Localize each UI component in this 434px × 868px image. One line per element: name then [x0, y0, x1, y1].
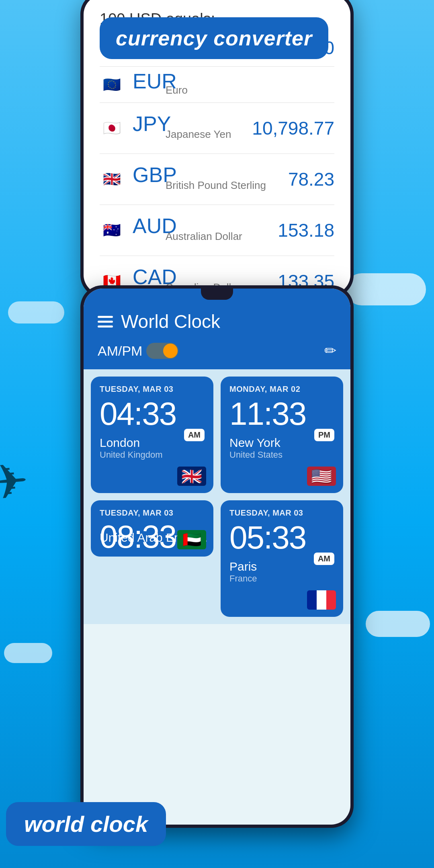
- us-flag-icon: [307, 467, 336, 486]
- world-clock-banner: world clock: [6, 802, 166, 846]
- clock-country: United Kingdom: [100, 450, 205, 460]
- currency-name: Euro: [166, 84, 188, 96]
- currency-code: EUR: [133, 69, 334, 93]
- currency-name: British Pound Sterling: [166, 179, 266, 192]
- toggle-knob: [163, 344, 178, 358]
- phone-notch: [201, 289, 233, 300]
- uk-flag-icon: [177, 467, 206, 486]
- hamburger-line: [98, 326, 113, 328]
- table-row: 🇪🇺 EUR Euro: [100, 67, 334, 103]
- clock-date: TUESDAY, MAR 03: [100, 508, 205, 518]
- aud-flag: 🇦🇺: [100, 218, 124, 242]
- clock-time: 05:33: [229, 522, 334, 554]
- clock-date: TUESDAY, MAR 03: [229, 508, 334, 518]
- clock-date: TUESDAY, MAR 03: [100, 385, 205, 394]
- table-row: 🇦🇺 AUD Australian Dollar 153.18: [100, 205, 334, 256]
- currency-banner-text: currency converter: [116, 27, 312, 50]
- ampm-label: AM/PM: [98, 343, 142, 359]
- clock-ampm: AM: [314, 553, 334, 565]
- jpy-flag: 🇯🇵: [100, 116, 124, 140]
- clock-flag-uk: [177, 467, 206, 486]
- ampm-toggle-container: AM/PM: [98, 343, 178, 359]
- airplane-decoration: ✈: [0, 452, 31, 512]
- eur-flag: 🇪🇺: [100, 73, 124, 97]
- clock-grid: TUESDAY, MAR 03 04:33 AM London United K…: [84, 369, 350, 624]
- currency-name: Australian Dollar: [166, 230, 242, 243]
- world-clock-phone: World Clock AM/PM ✏ TUESDAY, MAR 03 04:3…: [80, 285, 354, 828]
- world-clock-title: World Clock: [121, 311, 336, 332]
- clock-ampm: AM: [184, 429, 205, 441]
- clock-card-london[interactable]: TUESDAY, MAR 03 04:33 AM London United K…: [91, 377, 213, 493]
- world-clock-banner-text: world clock: [24, 811, 148, 837]
- currency-converter-phone: currency converter 100 USD equals: 🇺🇸 US…: [80, 0, 354, 297]
- edit-icon[interactable]: ✏: [324, 342, 336, 359]
- table-row: 🇬🇧 GBP British Pound Sterling 78.23: [100, 154, 334, 205]
- clock-flag-us: [307, 467, 336, 486]
- clock-card-paris[interactable]: TUESDAY, MAR 03 05:33 AM Paris France: [221, 500, 343, 617]
- clock-card-uae[interactable]: TUESDAY, MAR 03 08:33 United Arab Emira.…: [91, 500, 213, 557]
- world-clock-screen: World Clock AM/PM ✏ TUESDAY, MAR 03 04:3…: [84, 289, 350, 825]
- hamburger-menu-button[interactable]: [98, 316, 113, 328]
- table-row: 🇯🇵 JPY Japanese Yen 10,798.77: [100, 103, 334, 154]
- clock-ampm: PM: [314, 429, 334, 441]
- clock-time: 11:33: [229, 398, 334, 430]
- clock-flag-uae: 🇦🇪: [177, 530, 206, 549]
- currency-banner: currency converter: [100, 17, 328, 59]
- currency-value: 10,798.77: [252, 117, 334, 139]
- clock-card-newyork[interactable]: MONDAY, MAR 02 11:33 PM New York United …: [221, 377, 343, 493]
- clock-flag-france: [307, 590, 336, 610]
- france-flag-icon: [307, 590, 336, 610]
- hamburger-line: [98, 321, 113, 323]
- clock-time: 04:33: [100, 398, 205, 430]
- currency-value: 78.23: [288, 168, 334, 190]
- clock-country: France: [229, 573, 334, 584]
- clock-country: United States: [229, 450, 334, 460]
- ampm-toggle-row: AM/PM ✏: [84, 342, 350, 369]
- hamburger-line: [98, 316, 113, 318]
- currency-screen: currency converter 100 USD equals: 🇺🇸 US…: [84, 0, 350, 294]
- gbp-flag: 🇬🇧: [100, 167, 124, 191]
- clock-date: MONDAY, MAR 02: [229, 385, 334, 394]
- currency-name: Japanese Yen: [166, 128, 231, 141]
- currency-value: 153.18: [278, 219, 334, 241]
- ampm-toggle-switch[interactable]: [146, 343, 178, 359]
